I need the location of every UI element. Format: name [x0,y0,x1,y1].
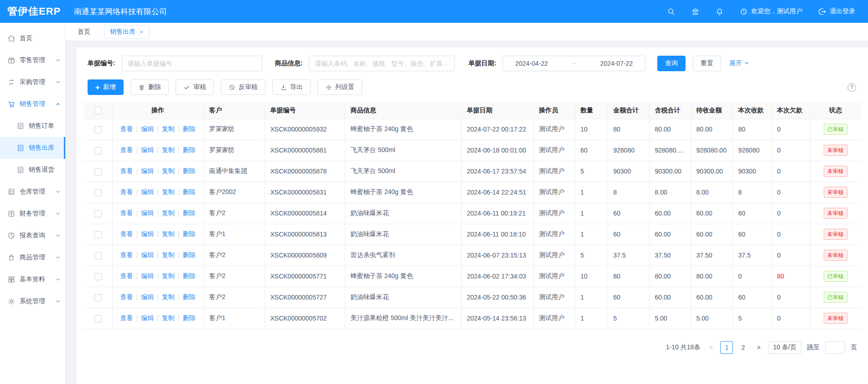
edit-link[interactable]: 编辑 [141,167,154,174]
search-button[interactable]: 查询 [657,56,686,71]
delete-link[interactable]: 删除 [182,314,195,321]
delete-link[interactable]: 删除 [182,209,195,216]
copy-link[interactable]: 复制 [162,146,175,153]
view-link[interactable]: 查看 [120,188,133,195]
row-checkbox[interactable] [94,252,102,259]
copy-link[interactable]: 复制 [162,188,175,195]
delete-link[interactable]: 删除 [182,251,195,258]
copy-link[interactable]: 复制 [162,293,175,300]
sidebar-item-sales-return[interactable]: 销售退货 [0,159,65,181]
delete-button[interactable]: 删除 [130,79,169,95]
copy-link[interactable]: 复制 [162,167,175,174]
sidebar-item-retail-mgmt[interactable]: 零售管理 [0,49,65,71]
copy-link[interactable]: 复制 [162,251,175,258]
chevron-down-icon [55,233,61,238]
edit-link[interactable]: 编辑 [141,188,154,195]
delete-link[interactable]: 删除 [182,272,195,279]
actions-cell: 查看|编辑|复制|删除 [112,266,203,287]
delete-link[interactable]: 删除 [182,146,195,153]
edit-link[interactable]: 编辑 [141,293,154,300]
copy-link[interactable]: 复制 [162,209,175,216]
edit-link[interactable]: 编辑 [141,146,154,153]
copy-link[interactable]: 复制 [162,125,175,132]
view-link[interactable]: 查看 [120,230,133,237]
sidebar-item-system-mgmt[interactable]: 系统管理 [0,290,65,312]
copy-link[interactable]: 复制 [162,230,175,237]
page-number-2[interactable]: 2 [737,341,749,354]
view-link[interactable]: 查看 [120,314,133,321]
row-checkbox[interactable] [94,210,102,217]
row-checkbox[interactable] [94,294,102,301]
add-button[interactable]: +新增 [88,79,124,95]
prev-page-button[interactable]: < [707,344,715,351]
sidebar-item-purchase-mgmt[interactable]: 采购管理 [0,71,65,93]
edit-link[interactable]: 编辑 [141,272,154,279]
unaudit-button[interactable]: 反审核 [221,79,265,95]
sidebar-item-report-query[interactable]: 报表查询 [0,225,65,247]
view-link[interactable]: 查看 [120,167,133,174]
page-size-select[interactable]: 10 条/页 [768,341,801,354]
tab-sales-outbound[interactable]: 销售出库× [104,25,150,39]
next-page-button[interactable]: > [755,344,762,351]
sidebar-item-sales-outbound[interactable]: 销售出库 [0,137,65,159]
select-all-checkbox[interactable] [94,107,102,114]
edit-link[interactable]: 编辑 [141,230,154,237]
tab-home[interactable]: 首页 [76,25,92,39]
date-range-picker[interactable]: 2024-04-22 ~ 2024-07-22 [503,56,645,71]
column-settings-button[interactable]: 列设置 [317,79,362,95]
row-checkbox[interactable] [94,168,102,175]
sidebar-item-finance-mgmt[interactable]: 财务管理 [0,203,65,225]
tab-label: 首页 [78,28,90,36]
row-checkbox[interactable] [94,189,102,196]
sales-icon [7,100,16,108]
row-checkbox[interactable] [94,273,102,280]
row-checkbox[interactable] [94,231,102,238]
amount-cell: 90300 [608,161,649,182]
delete-link[interactable]: 删除 [182,167,195,174]
row-checkbox[interactable] [94,315,102,322]
row-checkbox[interactable] [94,126,102,133]
product-cell: 蜂蜜柚子茶 240g 黄色 [345,182,461,203]
export-button[interactable]: 导出 [272,79,311,95]
delete-link[interactable]: 删除 [182,293,195,300]
view-link[interactable]: 查看 [120,293,133,300]
column-header: 本次欠款 [771,102,810,119]
copy-link[interactable]: 复制 [162,314,175,321]
delete-link[interactable]: 删除 [182,125,195,132]
logout-button[interactable]: 退出登录 [818,7,855,16]
view-link[interactable]: 查看 [120,251,133,258]
view-link[interactable]: 查看 [120,209,133,216]
audit-button[interactable]: 审核 [176,79,214,95]
bell-icon[interactable] [715,7,724,16]
expand-link[interactable]: 展开 [729,59,749,68]
sidebar-item-product-mgmt[interactable]: 商品管理 [0,247,65,268]
sidebar-item-warehouse-mgmt[interactable]: 仓库管理 [0,181,65,203]
edit-link[interactable]: 编辑 [141,251,154,258]
delete-link[interactable]: 删除 [182,230,195,237]
welcome-user[interactable]: 欢迎您，测试用户 [739,7,802,16]
logout-icon [818,7,826,16]
edit-link[interactable]: 编辑 [141,125,154,132]
customer-cell: 罗莱家纺 [203,119,265,140]
search-icon[interactable] [667,7,676,16]
view-link[interactable]: 查看 [120,272,133,279]
sidebar-item-sales-order[interactable]: 销售订单 [0,115,65,137]
edit-link[interactable]: 编辑 [141,209,154,216]
help-icon[interactable]: ? [847,83,856,92]
copy-link[interactable]: 复制 [162,272,175,279]
sidebar-item-home[interactable]: 首页 [0,27,65,49]
bank-icon[interactable] [691,7,700,16]
view-link[interactable]: 查看 [120,146,133,153]
reset-button[interactable]: 重置 [693,56,721,71]
sidebar-item-basic-data[interactable]: 基本资料 [0,268,65,290]
sidebar-item-sales-mgmt[interactable]: 销售管理 [0,93,65,115]
view-link[interactable]: 查看 [120,125,133,132]
delete-link[interactable]: 删除 [182,188,195,195]
close-icon[interactable]: × [140,28,144,35]
bill-no-input[interactable] [122,56,262,71]
page-number-1[interactable]: 1 [720,341,733,354]
jump-to-input[interactable] [825,341,845,354]
edit-link[interactable]: 编辑 [141,314,154,321]
row-checkbox[interactable] [94,147,102,154]
product-info-input[interactable] [309,56,455,71]
